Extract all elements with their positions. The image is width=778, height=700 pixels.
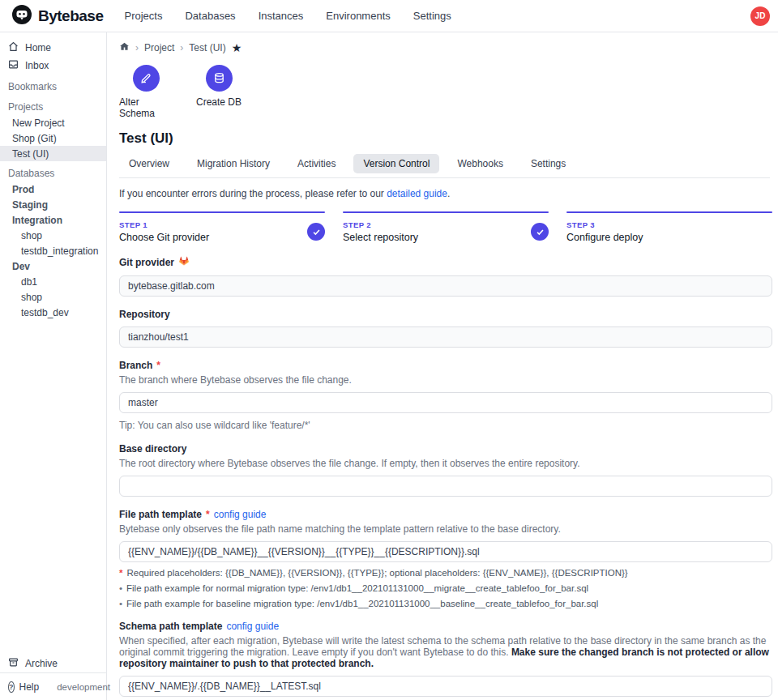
file-path-template-input[interactable] <box>119 541 772 562</box>
step-2: STEP 2 Select repository <box>343 211 549 243</box>
step-title: Choose Git provider <box>119 232 209 243</box>
breadcrumb: › Project › Test (UI) ★ <box>119 41 770 55</box>
version-label: development <box>57 682 110 692</box>
sidebar-db-shop-dev[interactable]: shop <box>0 289 106 305</box>
inbox-icon <box>8 59 19 72</box>
branch-input[interactable] <box>119 392 772 413</box>
step-progress-bar <box>343 211 549 213</box>
topnav-links: Projects Databases Instances Environment… <box>125 10 730 22</box>
step-title: Select repository <box>343 232 418 243</box>
info-line: If you encounter errors during the proce… <box>119 188 772 199</box>
field-file-path-template: File path template * config guide Byteba… <box>119 509 772 608</box>
brand-name: Bytebase <box>38 7 104 25</box>
info-period: . <box>447 188 450 199</box>
sidebar-db-testdb-dev[interactable]: testdb_dev <box>0 305 106 320</box>
info-text: If you encounter errors during the proce… <box>119 188 384 199</box>
breadcrumb-test-ui[interactable]: Test (UI) <box>189 42 225 53</box>
note-bullet: • <box>119 583 122 593</box>
quick-action-label: Create DB <box>196 96 242 108</box>
check-circle-icon <box>531 223 549 241</box>
create-db-button[interactable]: Create DB <box>192 65 246 119</box>
note-text: File path example for normal migration t… <box>126 583 588 593</box>
config-guide-link[interactable]: config guide <box>226 621 279 632</box>
sidebar-item-inbox[interactable]: Inbox <box>0 57 106 75</box>
step-3: STEP 3 Configure deploy <box>566 211 772 243</box>
step-progress-bar <box>119 211 325 213</box>
nav-settings[interactable]: Settings <box>413 10 451 22</box>
help-label[interactable]: Help <box>19 681 40 693</box>
steps: STEP 1 Choose Git provider STEP 2 Select <box>119 211 772 243</box>
repository-input[interactable] <box>119 327 772 348</box>
sidebar-env-integration[interactable]: Integration <box>0 212 106 228</box>
star-icon[interactable]: ★ <box>232 41 242 54</box>
nav-instances[interactable]: Instances <box>259 10 304 22</box>
base-directory-desc: The root directory where Bytebase observ… <box>119 458 772 469</box>
sidebar-item-label: Home <box>25 42 51 53</box>
tab-settings[interactable]: Settings <box>521 154 575 173</box>
config-guide-link[interactable]: config guide <box>214 509 267 520</box>
nav-databases[interactable]: Databases <box>185 10 235 22</box>
bytebase-logo[interactable]: Bytebase <box>11 4 104 28</box>
sidebar-header-databases: Databases <box>0 165 106 181</box>
required-asterisk: * <box>156 360 160 371</box>
detailed-guide-link[interactable]: detailed guide <box>387 188 447 199</box>
step-1: STEP 1 Choose Git provider <box>119 211 325 243</box>
schema-path-template-input[interactable] <box>119 676 772 697</box>
schema-path-template-desc: When specified, after each migration, By… <box>119 635 772 669</box>
sidebar-env-dev[interactable]: Dev <box>0 258 106 274</box>
tab-version-control[interactable]: Version Control <box>353 154 439 173</box>
field-repository: Repository <box>119 309 772 348</box>
sidebar-item-test-ui[interactable]: Test (UI) <box>0 146 106 161</box>
field-branch: Branch * The branch where Bytebase obser… <box>119 360 772 431</box>
tab-overview[interactable]: Overview <box>119 154 179 173</box>
archive-icon <box>8 657 19 670</box>
alter-schema-button[interactable]: Alter Schema <box>119 65 173 119</box>
sidebar-item-shop-git[interactable]: Shop (Git) <box>0 130 106 146</box>
base-directory-input[interactable] <box>119 476 772 497</box>
breadcrumb-project[interactable]: Project <box>144 42 174 53</box>
breadcrumb-separator: › <box>180 42 183 53</box>
home-icon <box>8 41 19 54</box>
file-path-template-label: File path template <box>119 509 202 520</box>
sidebar-db-testdb-integration[interactable]: testdb_integration <box>0 243 106 258</box>
repository-label: Repository <box>119 309 170 320</box>
sidebar-item-new-project[interactable]: New Project <box>0 115 106 130</box>
sidebar-db-db1[interactable]: db1 <box>0 274 106 289</box>
git-provider-input[interactable] <box>119 275 772 297</box>
tab-activities[interactable]: Activities <box>288 154 345 173</box>
sidebar-item-archive[interactable]: Archive <box>0 655 106 672</box>
tab-migration-history[interactable]: Migration History <box>187 154 280 173</box>
breadcrumb-home-icon[interactable] <box>119 41 130 54</box>
version-control-panel: If you encounter errors during the proce… <box>119 178 772 700</box>
nav-environments[interactable]: Environments <box>326 10 390 22</box>
gitlab-icon <box>178 255 190 269</box>
nav-projects[interactable]: Projects <box>125 10 163 22</box>
breadcrumb-separator: › <box>135 42 139 53</box>
sidebar-footer: ? Help development <box>0 672 106 700</box>
sidebar-item-home[interactable]: Home <box>0 39 106 57</box>
sidebar-env-staging[interactable]: Staging <box>0 197 106 212</box>
git-provider-label: Git provider <box>119 257 174 268</box>
file-path-template-desc: Bytebase only observes the file path nam… <box>119 523 772 535</box>
top-nav: Bytebase Projects Databases Instances En… <box>0 0 778 32</box>
help-icon: ? <box>8 681 15 693</box>
note-text: File path example for baseline migration… <box>126 599 598 608</box>
check-circle-icon <box>307 223 325 241</box>
sidebar-db-shop-integration[interactable]: shop <box>0 228 106 243</box>
avatar[interactable]: JD <box>750 6 770 26</box>
branch-label: Branch <box>119 360 152 371</box>
bytebase-logo-icon <box>11 4 32 28</box>
file-path-note-example-normal: • File path example for normal migration… <box>119 583 772 593</box>
edit-pencil-icon <box>133 65 160 92</box>
sidebar-header-projects: Projects <box>0 99 106 115</box>
step-progress-bar <box>566 211 772 213</box>
sidebar-item-label: Inbox <box>25 60 49 71</box>
note-text: Required placeholders: {{DB_NAME}}, {{VE… <box>126 568 627 578</box>
sidebar-item-label: Archive <box>25 658 58 669</box>
tab-webhooks[interactable]: Webhooks <box>447 154 512 173</box>
main-content: › Project › Test (UI) ★ Alter Schema Cre… <box>107 32 778 700</box>
required-asterisk: * <box>206 509 210 520</box>
tab-bar: Overview Migration History Activities Ve… <box>119 154 770 178</box>
sidebar-env-prod[interactable]: Prod <box>0 181 106 197</box>
sidebar-header-bookmarks: Bookmarks <box>0 79 106 95</box>
